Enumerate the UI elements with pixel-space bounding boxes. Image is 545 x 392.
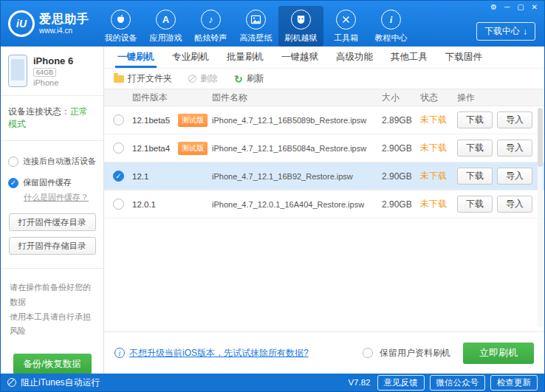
- table-row[interactable]: 12.1beta4 测试版 iPhone_4.7_12.1_16B5084a_R…: [104, 134, 544, 162]
- nav-item-ringtones[interactable]: ♪ 酷炫铃声: [188, 6, 233, 47]
- table-row[interactable]: 12.1beta5 测试版 iPhone_4.7_12.1_16B5089b_R…: [104, 106, 544, 134]
- firmware-size: 2.90GB: [382, 199, 416, 210]
- nav-label: 我的设备: [105, 32, 137, 44]
- tutorial-info-icon: i: [381, 10, 401, 30]
- scrollbar-thumb[interactable]: [538, 108, 543, 167]
- download-center-button[interactable]: 下载中心 ↓: [476, 22, 535, 41]
- open-cache-dir-button[interactable]: 打开固件缓存目录: [9, 213, 96, 231]
- warning-section: 请在操作前备份好您的数据 使用本工具请自行承担风险 备份/恢复数据: [1, 269, 103, 386]
- maximize-icon[interactable]: ▢: [517, 4, 524, 11]
- toolbox-icon: [336, 10, 356, 30]
- nav-label: 工具箱: [334, 32, 358, 44]
- erase-data-tip-link[interactable]: i 不想升级当前iOS版本，先试试抹除所有数据?: [114, 347, 309, 360]
- nav-item-toolbox[interactable]: 工具箱: [323, 6, 369, 47]
- download-arrow-icon: ↓: [523, 27, 527, 37]
- nav-item-wallpapers[interactable]: 高清壁纸: [233, 6, 278, 47]
- auto-activate-option[interactable]: 连接后自动激活设备: [8, 156, 96, 167]
- nav-label: 应用游戏: [150, 32, 182, 44]
- import-button[interactable]: 导入: [497, 168, 532, 185]
- tab-download-firmware[interactable]: 下载固件: [436, 47, 491, 68]
- minimize-icon[interactable]: ─: [504, 4, 510, 11]
- row-radio[interactable]: [113, 199, 124, 210]
- status-bar: 阻止iTunes自动运行 V7.82 意见反馈 微信公众号 检查更新: [1, 374, 544, 391]
- open-folder-tool[interactable]: 打开文件夹: [114, 72, 172, 85]
- check-update-button[interactable]: 检查更新: [490, 375, 538, 391]
- firmware-version: 12.0.1: [132, 200, 174, 209]
- nav-item-my-devices[interactable]: 我的设备: [98, 6, 143, 47]
- auto-activate-label: 连接后自动激活设备: [23, 156, 96, 167]
- nav-label: 刷机越狱: [285, 32, 318, 44]
- close-icon[interactable]: ✕: [532, 4, 538, 11]
- firmware-status: 未下载: [420, 170, 453, 182]
- firmware-status: 未下载: [420, 142, 453, 154]
- nav-item-apps-games[interactable]: A 应用游戏: [143, 6, 188, 47]
- feedback-button[interactable]: 意见反馈: [377, 375, 425, 391]
- i4-logo-icon: iU: [8, 10, 35, 37]
- app-logo: iU 爱思助手 www.i4.cn: [1, 1, 98, 47]
- firmware-name: iPhone_4.7_12.1_16B92_Restore.ipsw: [212, 172, 377, 181]
- app-version: V7.82: [348, 378, 370, 387]
- header: iU 爱思助手 www.i4.cn 我的设备 A 应用游戏 ♪ 酷炫铃声: [1, 1, 544, 47]
- firmware-size: 2.90GB: [382, 171, 416, 182]
- device-info: iPhone 6 64GB iPhone: [1, 47, 103, 96]
- tab-pro-flash[interactable]: 专业刷机: [163, 47, 218, 68]
- download-button[interactable]: 下载: [457, 168, 493, 185]
- delete-tool[interactable]: 删除: [188, 72, 218, 85]
- appstore-icon: A: [156, 10, 176, 30]
- sidebar: iPhone 6 64GB iPhone 设备连接状态：正常模式 连接后自动激活…: [1, 47, 104, 374]
- row-radio[interactable]: [113, 114, 124, 125]
- auto-activate-radio[interactable]: [8, 157, 18, 167]
- tab-bar: 一键刷机 专业刷机 批量刷机 一键越狱 高级功能 其他工具 下载固件: [104, 47, 544, 69]
- download-button[interactable]: 下载: [457, 196, 493, 213]
- delete-label: 删除: [200, 72, 218, 85]
- col-size: 大小: [382, 92, 416, 104]
- scrollbar[interactable]: [538, 108, 543, 328]
- jailbreak-icon: [291, 10, 311, 30]
- download-center-label: 下载中心: [484, 25, 520, 38]
- tab-other-tools[interactable]: 其他工具: [382, 47, 436, 68]
- device-name: iPhone 6: [33, 55, 73, 66]
- flash-now-button[interactable]: 立即刷机: [463, 343, 534, 364]
- firmware-version: 12.1beta4: [132, 144, 174, 153]
- tab-one-click-flash[interactable]: 一键刷机: [109, 47, 163, 68]
- nav-item-flash-jailbreak[interactable]: 刷机越狱: [278, 6, 323, 47]
- col-status: 状态: [420, 92, 453, 104]
- import-button[interactable]: 导入: [497, 196, 532, 213]
- iphone-thumbnail-icon: [8, 55, 27, 87]
- block-itunes-toggle[interactable]: 阻止iTunes自动运行: [7, 376, 100, 389]
- refresh-tool[interactable]: ↻ 刷新: [234, 72, 264, 85]
- row-radio[interactable]: [113, 142, 124, 154]
- download-button[interactable]: 下载: [457, 140, 493, 157]
- beta-badge: 测试版: [178, 114, 208, 127]
- keep-user-data-label: 保留用户资料刷机: [380, 347, 450, 360]
- nav-item-tutorials[interactable]: i 教程中心: [369, 6, 414, 47]
- device-capacity-badge: 64GB: [33, 68, 56, 77]
- what-is-cache-link[interactable]: 什么是固件缓存？: [24, 192, 96, 203]
- open-storage-dir-button[interactable]: 打开固件存储目录: [9, 237, 96, 255]
- keep-cache-checkbox[interactable]: [8, 178, 18, 188]
- brand-site: www.i4.cn: [39, 27, 89, 36]
- window-controls: ⚙ ─ ▢ ✕: [490, 4, 538, 11]
- tab-advanced[interactable]: 高级功能: [327, 47, 382, 68]
- connection-label: 设备连接状态：: [8, 106, 70, 117]
- erase-tip-text: 不想升级当前iOS版本，先试试抹除所有数据?: [129, 347, 309, 360]
- keep-user-data-radio[interactable]: [363, 348, 373, 358]
- info-icon: i: [114, 348, 125, 358]
- backup-restore-button[interactable]: 备份/恢复数据: [13, 354, 92, 374]
- tab-one-click-jailbreak[interactable]: 一键越狱: [272, 47, 327, 68]
- warning-line-1: 请在操作前备份好您的数据: [10, 281, 95, 310]
- table-row-selected[interactable]: 12.1 iPhone_4.7_12.1_16B92_Restore.ipsw …: [104, 162, 544, 190]
- row-radio-checked[interactable]: [113, 171, 124, 182]
- gear-icon[interactable]: ⚙: [490, 4, 497, 11]
- import-button[interactable]: 导入: [497, 111, 532, 128]
- keep-cache-option[interactable]: 保留固件缓存: [8, 177, 96, 188]
- firmware-version: 12.1beta5: [132, 116, 174, 125]
- import-button[interactable]: 导入: [497, 140, 532, 157]
- block-icon: [7, 378, 16, 387]
- firmware-status: 未下载: [420, 114, 453, 126]
- download-button[interactable]: 下载: [457, 111, 493, 128]
- table-row[interactable]: 12.0.1 iPhone_4.7_12.0.1_16A404_Restore.…: [104, 190, 544, 219]
- tab-batch-flash[interactable]: 批量刷机: [218, 47, 272, 68]
- nav-label: 高清壁纸: [240, 32, 272, 44]
- wechat-button[interactable]: 微信公众号: [430, 375, 486, 391]
